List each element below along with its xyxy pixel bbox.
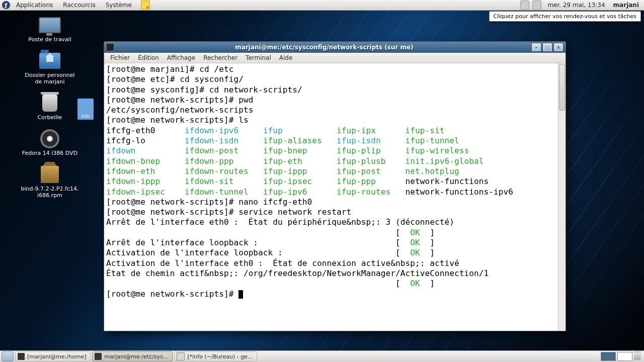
workspace-2[interactable]	[617, 352, 632, 361]
fedora-logo-icon[interactable]: ƒ	[2, 1, 10, 9]
terminal-icon	[95, 353, 102, 360]
menu-search[interactable]: Rechercher	[199, 53, 242, 62]
trash-icon	[42, 95, 57, 112]
clock[interactable]: mer. 29 mai, 13:34	[544, 2, 608, 9]
taskbar-task[interactable]: [*info (~/Bureau) - ge...	[174, 351, 257, 361]
menu-applications[interactable]: Applications	[12, 1, 57, 10]
panel-trash-icon[interactable]	[634, 352, 642, 360]
menu-view[interactable]: Affichage	[163, 53, 199, 62]
top-panel: ƒ Applications Raccourcis Système mer. 2…	[0, 0, 644, 11]
window-title: marjani@me:/etc/sysconfig/network-script…	[117, 44, 531, 51]
desktop-icon-label: Fedora 14 i386 DVD	[22, 150, 77, 156]
clock-tooltip: Cliquez pour afficher vos rendez-vous et…	[489, 11, 641, 22]
bottom-panel: [marjani@me:/home]marjani@me:/etc/sys...…	[0, 350, 644, 362]
folder-home-icon	[39, 53, 60, 69]
sticky-note-icon[interactable]	[141, 1, 150, 10]
window-titlebar[interactable]: marjani@me:/etc/sysconfig/network-script…	[104, 42, 566, 53]
monitor-icon	[39, 17, 61, 33]
desktop-icon-computer[interactable]: Poste de travail	[2, 14, 98, 44]
terminal-icon	[18, 353, 25, 360]
task-label: [marjani@me:/home]	[27, 353, 86, 360]
scrollbar-thumb[interactable]	[559, 64, 565, 111]
task-label: marjani@me:/etc/sys...	[104, 353, 168, 360]
user-menu[interactable]: marjani	[611, 2, 641, 9]
taskbar-task[interactable]: marjani@me:/etc/sys...	[92, 351, 173, 361]
terminal-window: marjani@me:/etc/sysconfig/network-script…	[104, 41, 566, 331]
network-icon[interactable]	[532, 1, 541, 10]
app-terminal-icon	[106, 43, 114, 51]
desktop-icon-info-file[interactable]: info	[77, 99, 94, 120]
desktop-icon-dvd[interactable]: Fedora 14 i386 DVD	[2, 128, 98, 157]
taskbar-task[interactable]: [marjani@me:/home]	[15, 351, 91, 361]
terminal-scrollbar[interactable]	[558, 63, 566, 331]
close-button[interactable]: ✕	[553, 43, 564, 52]
menu-edit[interactable]: Édition	[134, 53, 163, 62]
taskbar-tasks: [marjani@me:/home]marjani@me:/etc/sys...…	[15, 351, 259, 361]
menu-places[interactable]: Raccourcis	[59, 1, 99, 10]
desktop-icon-label: bind-9.7.2-2.P2.fc14. i686.rpm	[21, 186, 79, 199]
menu-terminal[interactable]: Terminal	[242, 53, 275, 62]
desktop-icon-rpm[interactable]: bind-9.7.2-2.P2.fc14. i686.rpm	[2, 163, 98, 200]
minimize-button[interactable]: –	[531, 43, 541, 52]
desktop-icon-label: Dossier personnel de marjani	[25, 72, 74, 85]
workspace-1[interactable]	[601, 352, 616, 361]
volume-icon[interactable]	[520, 1, 529, 10]
menu-system[interactable]: Système	[102, 1, 136, 10]
window-menubar: Fichier Édition Affichage Rechercher Ter…	[104, 53, 566, 63]
desktop-icon-home[interactable]: Dossier personnel de marjani	[2, 50, 98, 86]
menu-file[interactable]: Fichier	[106, 53, 134, 62]
menu-help[interactable]: Aide	[275, 53, 297, 62]
desktop-icon-label: Corbeille	[38, 114, 62, 121]
disc-icon	[40, 129, 59, 148]
package-icon	[41, 166, 59, 183]
show-desktop-button[interactable]	[2, 351, 14, 361]
task-label: [*info (~/Bureau) - ge...	[187, 353, 253, 360]
gedit-icon	[177, 352, 185, 360]
desktop-icon-label: Poste de travail	[28, 36, 71, 43]
terminal-output[interactable]: [root@me marjani]# cd /etc [root@me etc]…	[104, 63, 558, 331]
maximize-button[interactable]: ▢	[542, 43, 552, 52]
